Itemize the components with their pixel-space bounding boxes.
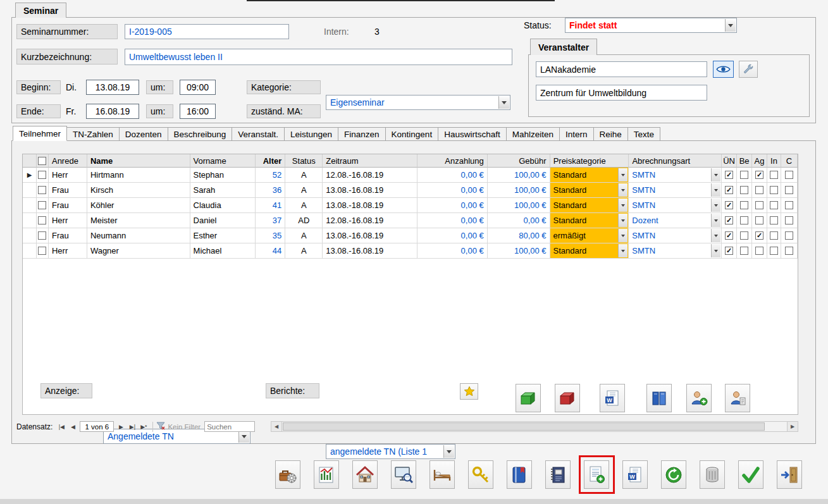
alter-cell[interactable]: 44	[256, 243, 285, 259]
status-cell[interactable]: A	[285, 168, 323, 183]
column-header-preiskategorie[interactable]: Preiskategorie	[550, 154, 629, 168]
tab-mahlzeiten[interactable]: Mahlzeiten	[507, 127, 560, 141]
name-cell[interactable]: Hirtmann	[87, 168, 190, 183]
flag-cell-ün[interactable]	[722, 243, 737, 259]
tab-teilnehmer[interactable]: Teilnehmer	[13, 126, 67, 141]
flag-cell-be[interactable]	[737, 228, 752, 243]
tools-button[interactable]	[275, 460, 300, 489]
alter-cell[interactable]: 41	[256, 198, 285, 213]
view-veranstalter-button[interactable]	[713, 61, 734, 78]
anzahlung-cell[interactable]: 0,00 €	[417, 198, 488, 213]
column-header-anrede[interactable]: Anrede	[49, 154, 87, 168]
flag-cell-c[interactable]	[781, 213, 798, 228]
zeitraum-cell[interactable]: 13.08.-16.08.19	[323, 243, 417, 259]
flag-cell-in[interactable]	[767, 243, 781, 259]
flag-cell-be[interactable]	[737, 168, 752, 183]
row-selector[interactable]	[23, 198, 37, 213]
flag-checkbox[interactable]	[740, 231, 748, 240]
row-selector[interactable]	[23, 213, 37, 228]
alter-cell[interactable]: 37	[256, 213, 285, 228]
checkout-red-button[interactable]	[555, 384, 580, 412]
ende-date-input[interactable]: 16.08.19	[86, 104, 139, 119]
gebuehr-cell[interactable]: 100,00 €	[488, 198, 550, 213]
flag-cell-in[interactable]	[767, 213, 781, 228]
status-cell[interactable]: A	[285, 198, 323, 213]
flag-checkbox[interactable]	[725, 171, 733, 179]
flag-cell-ün[interactable]	[722, 183, 737, 198]
record-search-input[interactable]	[204, 421, 255, 432]
flag-cell-c[interactable]	[781, 243, 798, 259]
dropdown-arrow-icon[interactable]	[711, 229, 720, 242]
last-record-button[interactable]: ▶|	[127, 421, 138, 432]
record-position-box[interactable]: 1 von 6	[80, 421, 114, 432]
anrede-cell[interactable]: Frau	[49, 183, 87, 198]
status-cell[interactable]: AD	[285, 213, 323, 228]
abrechnungsart-combo[interactable]: SMTN	[629, 183, 722, 198]
dropdown-arrow-icon[interactable]	[725, 19, 736, 32]
access-key-button[interactable]	[468, 460, 493, 489]
zeitraum-cell[interactable]: 12.08.-16.08.19	[323, 168, 417, 183]
next-record-button[interactable]: ▶	[115, 421, 127, 432]
veranstalter-name-input[interactable]: LANakademie	[536, 61, 707, 77]
flag-cell-ag[interactable]	[752, 243, 767, 259]
flag-checkbox[interactable]	[755, 171, 763, 179]
word-export-button[interactable]: W	[600, 384, 625, 412]
tab-hauswirtschaft[interactable]: Hauswirtschaft	[438, 127, 507, 141]
dropdown-arrow-icon[interactable]	[443, 445, 454, 458]
filter-indicator-button[interactable]: Kein Filter	[156, 421, 201, 432]
column-header-flag-ün[interactable]: ÜN	[722, 154, 737, 168]
flag-cell-ag[interactable]	[752, 198, 767, 213]
flag-checkbox[interactable]	[740, 171, 748, 179]
flag-checkbox[interactable]	[755, 201, 763, 209]
tab-beschreibung[interactable]: Beschreibung	[168, 127, 233, 141]
tab-finanzen[interactable]: Finanzen	[338, 127, 386, 141]
alter-cell[interactable]: 52	[256, 168, 285, 183]
flag-cell-in[interactable]	[767, 168, 781, 183]
tab-intern[interactable]: Intern	[560, 127, 594, 141]
screen-search-button[interactable]	[391, 460, 416, 489]
row-checkbox-cell[interactable]	[37, 198, 49, 213]
seminarnummer-input[interactable]: I-2019-005	[125, 24, 289, 39]
anrede-cell[interactable]: Herr	[49, 213, 87, 228]
tab-veranstalt[interactable]: Veranstalt.	[232, 127, 285, 141]
vorname-cell[interactable]: Michael	[190, 243, 256, 259]
preiskategorie-combo[interactable]: Standard	[550, 168, 629, 183]
status-combobox[interactable]: Findet statt	[565, 18, 737, 33]
flag-checkbox[interactable]	[740, 216, 748, 224]
gebuehr-cell[interactable]: 100,00 €	[488, 243, 550, 259]
new-record-button[interactable]: ▶*	[138, 421, 149, 432]
column-header-abrechnungsart[interactable]: Abrechnungsart	[629, 154, 722, 168]
column-header-zeitraum[interactable]: Zeitraum	[323, 154, 417, 168]
anrede-cell[interactable]: Frau	[49, 228, 87, 243]
column-header-status[interactable]: Status	[285, 154, 323, 168]
kurzbezeichnung-input[interactable]: Umweltbewusst leben II	[125, 49, 512, 65]
flag-checkbox[interactable]	[755, 186, 763, 194]
flag-cell-ag[interactable]	[752, 183, 767, 198]
flag-checkbox[interactable]	[770, 201, 778, 209]
dropdown-arrow-icon[interactable]	[498, 96, 509, 109]
status-cell[interactable]: A	[285, 183, 323, 198]
row-checkbox-cell[interactable]	[37, 228, 49, 243]
first-record-button[interactable]: |◀	[56, 421, 67, 432]
zeitraum-cell[interactable]: 12.08.-16.08.19	[323, 213, 417, 228]
scrollbar-thumb[interactable]	[283, 422, 765, 431]
flag-cell-in[interactable]	[767, 198, 781, 213]
flag-checkbox[interactable]	[785, 186, 793, 194]
flag-checkbox[interactable]	[785, 216, 793, 224]
name-cell[interactable]: Köhler	[87, 198, 190, 213]
flag-checkbox[interactable]	[725, 216, 733, 224]
vorname-cell[interactable]: Claudia	[190, 198, 256, 213]
anzahlung-cell[interactable]: 0,00 €	[417, 213, 488, 228]
flag-cell-be[interactable]	[737, 198, 752, 213]
vorname-cell[interactable]: Esther	[190, 228, 256, 243]
flag-cell-ün[interactable]	[722, 213, 737, 228]
abrechnungsart-combo[interactable]: SMTN	[629, 168, 722, 183]
refresh-button[interactable]	[661, 460, 686, 489]
ende-time-input[interactable]: 16:00	[180, 104, 216, 119]
row-checkbox[interactable]	[38, 247, 46, 255]
anzahlung-cell[interactable]: 0,00 €	[417, 168, 488, 183]
dropdown-arrow-icon[interactable]	[618, 244, 627, 257]
flag-checkbox[interactable]	[770, 186, 778, 194]
participant-info-button[interactable]	[725, 384, 750, 412]
column-header-alter[interactable]: Alter	[256, 154, 285, 168]
